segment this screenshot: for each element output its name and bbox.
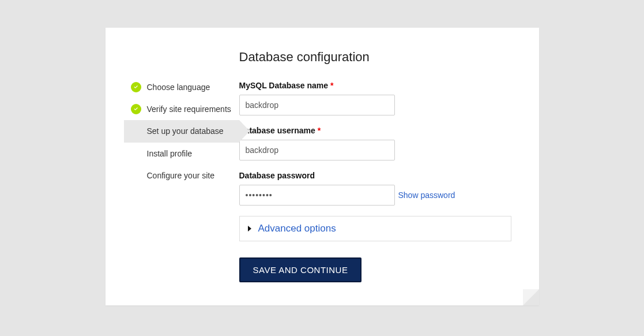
label-db-username: Database username * [239, 126, 511, 135]
save-continue-button[interactable]: SAVE AND CONTINUE [239, 257, 362, 282]
step-label: Configure your site [147, 170, 215, 181]
corner-fold-icon[interactable] [523, 289, 539, 305]
step-label: Install profile [147, 148, 193, 159]
check-icon [131, 82, 141, 92]
input-db-username[interactable] [239, 140, 395, 160]
input-db-password[interactable] [239, 185, 395, 206]
field-db-password: Database password Show password [239, 171, 511, 206]
main-content: Database configuration MySQL Database na… [239, 28, 539, 305]
step-choose-language: Choose language [124, 76, 239, 98]
step-label: Choose language [147, 82, 210, 92]
required-marker: * [330, 81, 333, 90]
label-db-password: Database password [239, 171, 511, 180]
step-label: Verify site requirements [147, 104, 231, 114]
step-setup-database: Set up your database [124, 120, 239, 142]
check-icon [131, 104, 141, 114]
step-verify-requirements: Verify site requirements [124, 98, 239, 120]
field-db-name: MySQL Database name * [239, 81, 511, 115]
steps-sidebar: Choose language Verify site requirements… [106, 28, 239, 305]
required-marker: * [318, 126, 321, 135]
step-label: Set up your database [147, 126, 224, 136]
advanced-options-label: Advanced options [258, 223, 336, 234]
show-password-link[interactable]: Show password [398, 191, 455, 200]
page-title: Database configuration [239, 50, 511, 65]
triangle-right-icon [248, 226, 251, 232]
input-db-name[interactable] [239, 95, 395, 115]
step-install-profile: Install profile [124, 143, 239, 165]
advanced-options-toggle[interactable]: Advanced options [239, 216, 511, 241]
label-db-name: MySQL Database name * [239, 81, 511, 90]
step-configure-site: Configure your site [124, 165, 239, 186]
installer-card: Choose language Verify site requirements… [106, 28, 539, 305]
field-db-username: Database username * [239, 126, 511, 160]
